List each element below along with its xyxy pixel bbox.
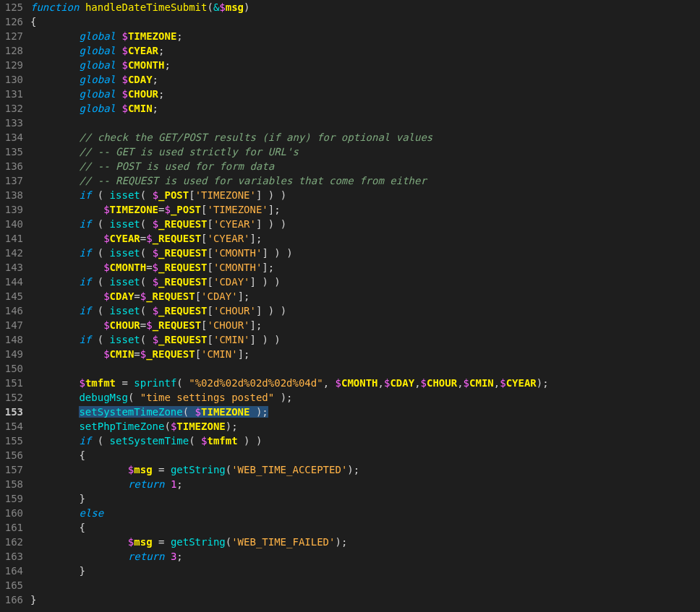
line-number: 161 xyxy=(0,520,23,535)
line-number: 143 xyxy=(0,260,23,275)
code-line[interactable] xyxy=(30,361,700,376)
code-line[interactable]: // -- POST is used for form data xyxy=(30,159,700,173)
line-number: 139 xyxy=(0,202,23,217)
line-number: 137 xyxy=(0,173,23,188)
code-line[interactable]: function handleDateTimeSubmit(&$msg) xyxy=(30,0,700,14)
line-number: 145 xyxy=(0,289,23,303)
code-line[interactable]: // -- REQUEST is used for variables that… xyxy=(30,173,700,188)
code-line[interactable]: if ( isset( $_REQUEST['CMONTH'] ) ) xyxy=(30,246,700,260)
code-line[interactable]: return 1; xyxy=(30,477,700,491)
line-number: 136 xyxy=(0,159,23,173)
code-line[interactable]: // check the GET/POST results (if any) f… xyxy=(30,130,700,145)
line-number: 162 xyxy=(0,535,23,549)
line-number: 164 xyxy=(0,564,23,578)
line-number: 160 xyxy=(0,506,23,520)
code-line[interactable]: $CDAY=$_REQUEST['CDAY']; xyxy=(30,289,700,303)
code-line[interactable] xyxy=(30,578,700,592)
code-line[interactable]: global $CDAY; xyxy=(30,72,700,87)
code-line[interactable]: setSystemTimeZone( $TIMEZONE ); xyxy=(30,405,700,419)
code-line[interactable]: if ( isset( $_REQUEST['CDAY'] ) ) xyxy=(30,275,700,289)
code-line[interactable]: if ( isset( $_REQUEST['CMIN'] ) ) xyxy=(30,332,700,347)
code-area[interactable]: function handleDateTimeSubmit(&$msg){ gl… xyxy=(30,0,700,612)
code-line[interactable]: $CMONTH=$_REQUEST['CMONTH']; xyxy=(30,260,700,275)
code-line[interactable]: global $CYEAR; xyxy=(30,43,700,58)
line-number: 157 xyxy=(0,462,23,477)
code-line[interactable]: } xyxy=(30,491,700,506)
line-number: 127 xyxy=(0,29,23,43)
line-number: 134 xyxy=(0,130,23,145)
code-line[interactable]: else xyxy=(30,506,700,520)
code-line[interactable]: global $CHOUR; xyxy=(30,87,700,101)
code-line[interactable]: // -- GET is used strictly for URL's xyxy=(30,145,700,159)
line-number: 132 xyxy=(0,101,23,116)
line-number: 138 xyxy=(0,188,23,202)
code-line[interactable]: $msg = getString('WEB_TIME_ACCEPTED'); xyxy=(30,462,700,477)
code-line[interactable]: return 3; xyxy=(30,549,700,564)
line-number: 148 xyxy=(0,332,23,347)
line-number: 141 xyxy=(0,231,23,246)
line-number: 129 xyxy=(0,58,23,72)
code-line[interactable]: } xyxy=(30,564,700,578)
line-number-gutter: 1251261271281291301311321331341351361371… xyxy=(0,0,30,612)
line-number: 133 xyxy=(0,116,23,130)
line-number: 155 xyxy=(0,434,23,448)
code-line[interactable]: } xyxy=(30,592,700,607)
line-number: 163 xyxy=(0,549,23,564)
line-number: 125 xyxy=(0,0,23,14)
line-number: 152 xyxy=(0,390,23,405)
line-number: 149 xyxy=(0,347,23,361)
line-number: 131 xyxy=(0,87,23,101)
code-line[interactable] xyxy=(30,116,700,130)
code-line[interactable]: { xyxy=(30,14,700,29)
code-line[interactable]: $CYEAR=$_REQUEST['CYEAR']; xyxy=(30,231,700,246)
line-number: 135 xyxy=(0,145,23,159)
line-number: 142 xyxy=(0,246,23,260)
code-line[interactable]: if ( isset( $_POST['TIMEZONE'] ) ) xyxy=(30,188,700,202)
line-number: 153 xyxy=(0,405,23,419)
line-number: 158 xyxy=(0,477,23,491)
code-line[interactable]: setPhpTimeZone($TIMEZONE); xyxy=(30,419,700,434)
line-number: 144 xyxy=(0,275,23,289)
line-number: 126 xyxy=(0,14,23,29)
code-line[interactable]: global $TIMEZONE; xyxy=(30,29,700,43)
code-line[interactable]: if ( isset( $_REQUEST['CYEAR'] ) ) xyxy=(30,217,700,231)
code-line[interactable]: $CHOUR=$_REQUEST['CHOUR']; xyxy=(30,318,700,332)
line-number: 147 xyxy=(0,318,23,332)
line-number: 130 xyxy=(0,72,23,87)
line-number: 159 xyxy=(0,491,23,506)
code-line[interactable]: if ( setSystemTime( $tmfmt ) ) xyxy=(30,434,700,448)
code-line[interactable]: { xyxy=(30,448,700,462)
line-number: 166 xyxy=(0,592,23,607)
line-number: 146 xyxy=(0,303,23,318)
line-number: 154 xyxy=(0,419,23,434)
line-number: 165 xyxy=(0,578,23,592)
code-editor[interactable]: 1251261271281291301311321331341351361371… xyxy=(0,0,700,612)
code-line[interactable]: $tmfmt = sprintf( "%02d%02d%02d%02d%04d"… xyxy=(30,376,700,390)
code-line[interactable]: $CMIN=$_REQUEST['CMIN']; xyxy=(30,347,700,361)
line-number: 128 xyxy=(0,43,23,58)
line-number: 151 xyxy=(0,376,23,390)
line-number: 150 xyxy=(0,361,23,376)
code-line[interactable]: if ( isset( $_REQUEST['CHOUR'] ) ) xyxy=(30,303,700,318)
code-line[interactable]: $msg = getString('WEB_TIME_FAILED'); xyxy=(30,535,700,549)
code-line[interactable]: { xyxy=(30,520,700,535)
code-line[interactable]: global $CMIN; xyxy=(30,101,700,116)
code-line[interactable]: debugMsg( "time settings posted" ); xyxy=(30,390,700,405)
code-line[interactable]: global $CMONTH; xyxy=(30,58,700,72)
code-line[interactable]: $TIMEZONE=$_POST['TIMEZONE']; xyxy=(30,202,700,217)
line-number: 140 xyxy=(0,217,23,231)
line-number: 156 xyxy=(0,448,23,462)
